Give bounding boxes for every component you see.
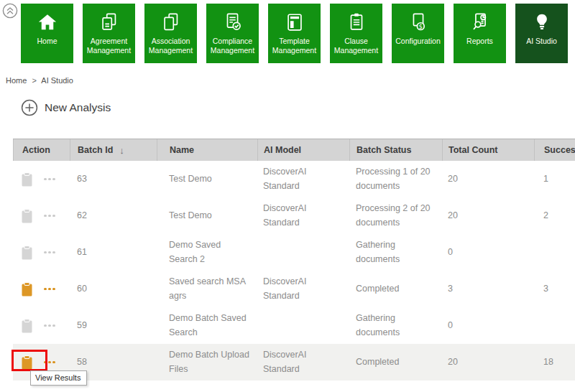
nav-tile-reports[interactable]: Reports bbox=[454, 4, 506, 63]
cell-total-count: 0 bbox=[442, 316, 534, 335]
cell-batch-status: Gathering documents bbox=[349, 309, 442, 342]
doc-dollar-icon: $ bbox=[408, 9, 429, 34]
cell-batch-status: Completed bbox=[349, 353, 442, 372]
cell-ai-model: DiscoverAI Standard bbox=[257, 199, 349, 233]
cell-batch-id: 60 bbox=[70, 279, 157, 299]
cell-ai-model: DiscoverAI Standard bbox=[257, 345, 349, 379]
breadcrumb-ai-studio[interactable]: AI Studio bbox=[41, 76, 73, 85]
association-docs-icon bbox=[160, 9, 182, 34]
main-navigation: Home Agreement Management Association Ma… bbox=[21, 4, 568, 63]
sort-descending-icon: ↓ bbox=[119, 145, 124, 156]
cell-name: Test Demo bbox=[157, 169, 257, 189]
cell-ai-model: DiscoverAI Standard bbox=[257, 272, 349, 306]
breadcrumb-home[interactable]: Home bbox=[6, 76, 27, 85]
nav-tile-label: Template Management bbox=[268, 37, 321, 55]
cell-success: 1 bbox=[534, 169, 575, 189]
cell-success bbox=[534, 323, 575, 329]
cell-batch-id: 59 bbox=[70, 316, 157, 335]
view-results-icon[interactable] bbox=[22, 282, 32, 297]
nav-tile-label: Clause Management bbox=[330, 37, 382, 55]
nav-tile-label: AI Studio bbox=[525, 37, 558, 46]
cell-batch-id: 63 bbox=[70, 169, 157, 189]
new-analysis-label: New Analysis bbox=[45, 101, 111, 114]
cell-total-count: 20 bbox=[442, 206, 534, 225]
more-actions-icon bbox=[44, 325, 57, 327]
cell-success: 2 bbox=[534, 206, 575, 225]
lightbulb-icon bbox=[531, 9, 553, 34]
new-analysis-button[interactable]: New Analysis bbox=[21, 99, 111, 116]
nav-tile-label: Agreement Management bbox=[83, 37, 135, 55]
plus-circle-icon bbox=[21, 99, 38, 116]
view-results-icon[interactable] bbox=[22, 355, 32, 370]
view-results-tooltip: View Results bbox=[30, 370, 87, 386]
table-row: 62 Test Demo DiscoverAI Standard Process… bbox=[13, 197, 575, 234]
nav-tile-label: Compliance Management bbox=[206, 37, 259, 55]
cell-success: 3 bbox=[534, 279, 575, 299]
view-results-icon bbox=[22, 319, 32, 333]
more-actions-icon[interactable] bbox=[44, 288, 57, 291]
view-results-icon bbox=[22, 209, 32, 223]
table-row: 60 Saved search MSA agrs DiscoverAI Stan… bbox=[13, 271, 575, 307]
view-results-icon bbox=[22, 172, 32, 187]
agreement-docs-icon bbox=[98, 9, 120, 34]
clipboard-lines-icon bbox=[346, 9, 367, 34]
batches-table: Action Batch Id↓ Name AI Model Batch Sta… bbox=[13, 139, 575, 381]
more-actions-icon[interactable] bbox=[44, 361, 57, 364]
cell-batch-status: Completed bbox=[349, 279, 442, 299]
cell-name: Test Demo bbox=[157, 206, 257, 225]
doc-check-icon bbox=[222, 9, 244, 34]
home-icon bbox=[37, 9, 58, 34]
table-header-row: Action Batch Id↓ Name AI Model Batch Sta… bbox=[13, 139, 575, 161]
nav-tile-agreement-management[interactable]: Agreement Management bbox=[83, 4, 135, 63]
nav-tile-association-management[interactable]: Association Management bbox=[144, 4, 197, 63]
cell-success bbox=[534, 250, 575, 256]
nav-tile-compliance-management[interactable]: Compliance Management bbox=[206, 4, 259, 63]
more-actions-icon bbox=[44, 215, 57, 218]
cell-success: 18 bbox=[534, 353, 575, 372]
cell-ai-model bbox=[257, 250, 349, 256]
cell-name: Demo Batch Saved Search bbox=[157, 309, 257, 342]
more-actions-icon bbox=[44, 251, 57, 254]
column-header-success[interactable]: Success bbox=[534, 139, 575, 161]
column-header-ai-model[interactable]: AI Model bbox=[257, 139, 349, 161]
cell-total-count: 0 bbox=[442, 243, 534, 262]
view-results-icon bbox=[22, 246, 32, 260]
nav-tile-label: Association Management bbox=[144, 37, 197, 55]
table-row: 63 Test Demo DiscoverAI Standard Process… bbox=[13, 161, 575, 197]
cell-batch-id: 58 bbox=[70, 353, 157, 372]
nav-tile-label: Home bbox=[35, 37, 58, 46]
table-row: 61 Demo Saved Search 2 Gathering documen… bbox=[13, 234, 575, 271]
collapse-ribbon-button[interactable] bbox=[2, 3, 18, 19]
column-header-batch-id[interactable]: Batch Id↓ bbox=[70, 139, 157, 161]
breadcrumb-separator: > bbox=[32, 76, 36, 85]
double-chevron-up-icon bbox=[2, 9, 18, 21]
cell-ai-model bbox=[257, 323, 349, 329]
svg-text:$: $ bbox=[418, 22, 422, 29]
nav-tile-home[interactable]: Home bbox=[21, 4, 73, 63]
nav-tile-template-management[interactable]: Template Management bbox=[268, 4, 321, 63]
cell-total-count: 20 bbox=[442, 169, 534, 189]
breadcrumb: Home > AI Studio bbox=[6, 76, 73, 85]
column-header-batch-status[interactable]: Batch Status bbox=[349, 139, 442, 161]
cell-batch-id: 61 bbox=[70, 243, 157, 262]
nav-tile-ai-studio[interactable]: AI Studio bbox=[515, 4, 568, 63]
column-header-name[interactable]: Name bbox=[157, 139, 257, 161]
column-header-action[interactable]: Action bbox=[13, 139, 70, 161]
template-layout-icon bbox=[284, 9, 305, 34]
cell-name: Saved search MSA agrs bbox=[157, 272, 257, 306]
cell-ai-model: DiscoverAI Standard bbox=[257, 162, 349, 196]
cell-batch-status: Processing 1 of 20 documents bbox=[349, 162, 442, 196]
cell-name: Demo Batch Upload Files bbox=[157, 345, 257, 379]
nav-tile-label: Reports bbox=[465, 37, 494, 46]
column-header-total-count[interactable]: Total Count bbox=[442, 139, 534, 161]
cell-name: Demo Saved Search 2 bbox=[157, 235, 257, 269]
table-row: 58 Demo Batch Upload Files DiscoverAI St… bbox=[13, 344, 575, 381]
cell-batch-status: Processing 2 of 20 documents bbox=[349, 199, 442, 233]
more-actions-icon bbox=[44, 178, 57, 181]
cell-total-count: 3 bbox=[442, 279, 534, 299]
cell-batch-status: Gathering documents bbox=[349, 235, 442, 269]
cell-total-count: 20 bbox=[442, 353, 534, 372]
nav-tile-clause-management[interactable]: Clause Management bbox=[330, 4, 382, 63]
table-row: 59 Demo Batch Saved Search Gathering doc… bbox=[13, 307, 575, 344]
nav-tile-configuration[interactable]: $ Configuration bbox=[392, 4, 444, 63]
